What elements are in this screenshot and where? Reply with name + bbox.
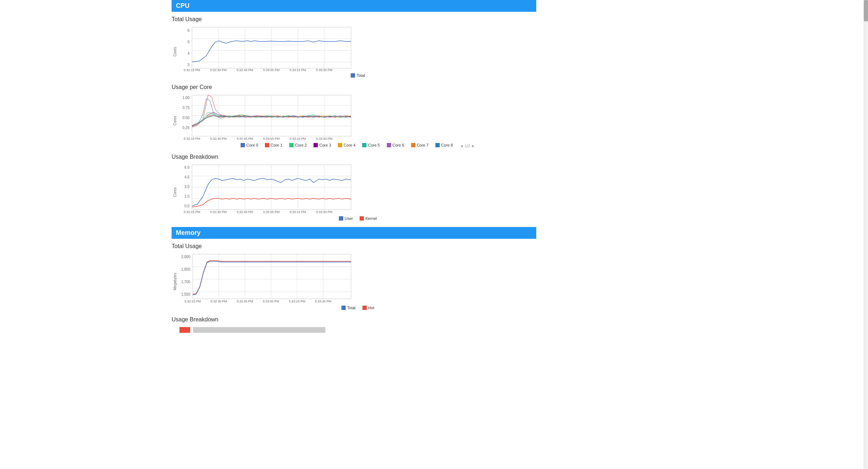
svg-text:4: 4	[187, 51, 189, 55]
svg-text:0.50: 0.50	[183, 116, 190, 120]
cpu-per-core-svg: 1.00 0.75 0.50 0.25	[179, 93, 355, 142]
svg-text:3: 3	[187, 63, 189, 67]
legend-core2: Core 2	[289, 143, 307, 147]
svg-text:5:33:30 PM: 5:33:30 PM	[316, 137, 332, 140]
legend-core2-label: Core 2	[295, 143, 307, 147]
cpu-total-svg: 6 5 4 3	[179, 25, 355, 72]
cpu-breakdown-y-axis: Cores	[172, 163, 178, 221]
memory-total-usage-title: Total Usage	[172, 243, 536, 250]
svg-text:0.75: 0.75	[183, 106, 190, 110]
scrollbar-track[interactable]	[864, 0, 868, 469]
svg-text:1.5: 1.5	[184, 194, 189, 198]
legend-core0-color	[241, 143, 245, 147]
cpu-per-core-title: Usage per Core	[172, 84, 536, 90]
legend-core8-label: Core 8	[441, 143, 453, 147]
cpu-breakdown-title: Usage Breakdown	[172, 154, 536, 160]
svg-text:5:32:15 PM: 5:32:15 PM	[184, 137, 200, 140]
svg-text:5:33:30 PM: 5:33:30 PM	[316, 68, 332, 72]
legend-core3-color	[314, 143, 318, 147]
svg-text:5:32:30 PM: 5:32:30 PM	[211, 300, 227, 303]
legend-mem-hot: Hot	[363, 306, 374, 310]
legend-core1-color	[265, 143, 269, 147]
legend-core6-label: Core 6	[393, 143, 404, 147]
legend-core7: Core 7	[411, 143, 429, 147]
legend-core4: Core 4	[338, 143, 355, 147]
svg-text:5:33:00 PM: 5:33:00 PM	[263, 210, 280, 214]
legend-core1-label: Core 1	[271, 143, 282, 147]
svg-text:5:32:15 PM: 5:32:15 PM	[184, 68, 200, 72]
legend-nav[interactable]: ◄ 1/2 ►	[460, 144, 475, 148]
svg-text:5:32:30 PM: 5:32:30 PM	[210, 137, 227, 140]
legend-core0-label: Core 0	[246, 143, 258, 147]
legend-core3-label: Core 3	[319, 143, 331, 147]
legend-mem-total-color	[341, 306, 346, 310]
cpu-per-core-legend: Core 0 Core 1 Core 2 Core 3	[179, 143, 536, 148]
memory-breakdown-chart	[172, 326, 536, 333]
legend-core7-color	[411, 143, 415, 147]
cpu-total-y-axis: Cores	[172, 25, 178, 78]
page-container: CPU Total Usage Cores 6 5	[0, 0, 868, 469]
svg-text:5:32:45 PM: 5:32:45 PM	[237, 68, 253, 72]
svg-text:5:33:30 PM: 5:33:30 PM	[315, 300, 331, 303]
svg-text:5:33:15 PM: 5:33:15 PM	[290, 137, 306, 140]
memory-breakdown-gray	[193, 327, 325, 333]
memory-breakdown-red	[179, 327, 190, 333]
legend-kernel-label: Kernel	[365, 216, 377, 221]
svg-text:5:33:15 PM: 5:33:15 PM	[289, 300, 305, 303]
svg-text:5:32:15 PM: 5:32:15 PM	[184, 300, 201, 303]
svg-text:5:33:15 PM: 5:33:15 PM	[290, 210, 306, 214]
legend-user-color	[339, 216, 343, 221]
svg-text:1.00: 1.00	[183, 96, 190, 100]
legend-core0: Core 0	[241, 143, 258, 147]
legend-total-label: Total	[356, 73, 365, 78]
legend-core5-color	[362, 143, 366, 147]
legend-total: Total	[351, 73, 365, 78]
legend-mem-hot-label: Hot	[368, 306, 374, 310]
legend-core3: Core 3	[314, 143, 331, 147]
legend-core1: Core 1	[265, 143, 282, 147]
legend-core4-label: Core 4	[344, 143, 355, 147]
legend-core6: Core 6	[387, 143, 404, 147]
cpu-total-usage-chart: Cores 6 5 4 3	[172, 25, 536, 78]
cpu-per-core-y-axis: Cores	[172, 93, 178, 148]
legend-core2-color	[289, 143, 294, 147]
scrollbar-thumb[interactable]	[864, 0, 868, 21]
svg-text:5:33:00 PM: 5:33:00 PM	[263, 68, 280, 72]
legend-core5-label: Core 5	[368, 143, 380, 147]
svg-text:5:32:45 PM: 5:32:45 PM	[237, 300, 253, 303]
svg-text:5: 5	[187, 40, 189, 44]
content-area: CPU Total Usage Cores 6 5	[157, 0, 551, 353]
svg-text:5:33:30 PM: 5:33:30 PM	[316, 210, 332, 214]
svg-text:5:32:45 PM: 5:32:45 PM	[237, 210, 253, 214]
cpu-breakdown-svg: 6.0 4.5 3.0 1.5 0.0	[179, 163, 355, 215]
svg-text:5:33:00 PM: 5:33:00 PM	[263, 300, 279, 303]
legend-mem-total-label: Total	[347, 306, 355, 310]
legend-user-label: User	[345, 216, 353, 221]
svg-text:0.25: 0.25	[183, 126, 190, 130]
svg-text:1,850: 1,850	[181, 267, 190, 271]
svg-text:1,700: 1,700	[181, 280, 190, 284]
svg-text:3.0: 3.0	[184, 185, 189, 189]
legend-kernel: Kernel	[360, 216, 377, 221]
svg-text:6.0: 6.0	[184, 166, 189, 169]
svg-text:0.0: 0.0	[184, 204, 189, 208]
svg-text:5:32:30 PM: 5:32:30 PM	[210, 68, 227, 72]
svg-text:5:32:45 PM: 5:32:45 PM	[237, 137, 253, 140]
legend-nav-label: ◄ 1/2 ►	[460, 144, 475, 148]
legend-core4-color	[338, 143, 342, 147]
cpu-breakdown-legend: User Kernel	[179, 216, 536, 221]
cpu-breakdown-chart: Cores 6.0 4.5 3.0 1.5 0.0	[172, 163, 536, 221]
legend-core5: Core 5	[362, 143, 380, 147]
legend-core7-label: Core 7	[417, 143, 429, 147]
cpu-per-core-chart: Cores 1.00 0.75 0.50 0.25	[172, 93, 536, 148]
memory-total-chart: Megabytes 2,000 1,850 1,700 1,550	[172, 252, 536, 311]
legend-mem-total: Total	[341, 306, 355, 310]
cpu-section-header: CPU	[172, 0, 536, 12]
svg-text:5:33:15 PM: 5:33:15 PM	[290, 68, 306, 72]
svg-text:5:33:00 PM: 5:33:00 PM	[263, 137, 280, 140]
legend-kernel-color	[360, 216, 364, 221]
svg-text:2,000: 2,000	[181, 255, 190, 259]
svg-text:4.5: 4.5	[184, 175, 189, 179]
svg-text:5:32:30 PM: 5:32:30 PM	[210, 210, 227, 214]
svg-text:5:32:15 PM: 5:32:15 PM	[184, 210, 200, 214]
